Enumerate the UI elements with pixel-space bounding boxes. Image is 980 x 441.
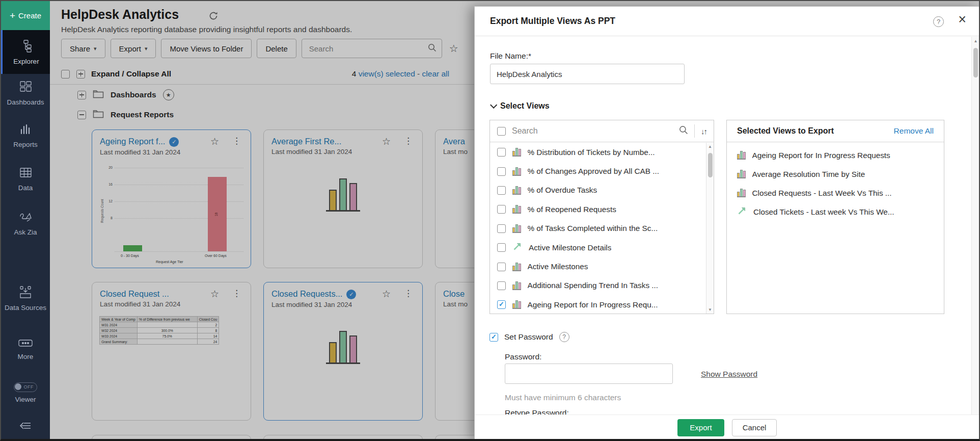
- plus-icon: +: [10, 11, 15, 20]
- view-checkbox[interactable]: [497, 186, 506, 195]
- view-checkbox[interactable]: [497, 281, 506, 290]
- view-list-item[interactable]: Active Milestone Details: [490, 238, 706, 257]
- sidebar-item-ask-zia[interactable]: Ask Zia: [1, 211, 50, 236]
- separator: [694, 124, 695, 138]
- reports-icon: [19, 123, 32, 137]
- sidebar-label: Ask Zia: [14, 228, 37, 236]
- viewer-label: Viewer: [15, 396, 36, 403]
- show-password-link[interactable]: Show Password: [701, 370, 757, 379]
- view-checkbox[interactable]: [497, 224, 506, 233]
- export-confirm-button[interactable]: Export: [677, 419, 724, 436]
- selected-views-list: Ageing Report for In Progress Requests A…: [727, 146, 944, 314]
- sidebar-item-data-sources[interactable]: Data Sources: [1, 286, 50, 312]
- data-table-icon: [19, 166, 32, 180]
- app-window: + Create Explorer Dashboards Reports: [0, 0, 980, 441]
- dashboards-icon: [19, 81, 32, 95]
- list-scrollbar[interactable]: ▲ ▼: [706, 143, 714, 314]
- view-list-item[interactable]: Active Milestones: [490, 257, 706, 276]
- collapse-sidebar-button[interactable]: [1, 421, 50, 433]
- selected-views-panel: Selected Views to Export Remove All Agei…: [726, 120, 944, 314]
- view-name: Average Resolution Time by Site: [752, 170, 865, 179]
- chevron-down-icon: [490, 101, 497, 109]
- selected-view-item[interactable]: Closed Requests - Last Week Vs This ...: [727, 184, 944, 202]
- view-name: % of Changes Approved by All CAB ...: [528, 167, 660, 176]
- selected-view-item[interactable]: Ageing Report for In Progress Requests: [727, 146, 944, 165]
- sidebar-label: More: [18, 353, 34, 360]
- selected-views-header: Selected Views to Export Remove All: [727, 120, 944, 142]
- view-list-item[interactable]: % Distribution of Tickets by Numbe...: [490, 143, 706, 162]
- remove-all-link[interactable]: Remove All: [894, 126, 934, 136]
- view-checkbox[interactable]: [497, 300, 506, 309]
- scroll-thumb[interactable]: [708, 153, 713, 177]
- view-name: Closed Requests - Last Week Vs This ...: [752, 189, 892, 198]
- scroll-up-arrow[interactable]: ▲: [708, 144, 712, 149]
- more-ellipsis-icon: [18, 339, 33, 349]
- bar-chart-icon: [512, 281, 521, 290]
- view-name: % of Reopened Requests: [528, 205, 616, 214]
- bar-chart-icon: [512, 186, 521, 195]
- view-name: Ageing Report for In Progress Requests: [752, 151, 890, 160]
- help-icon[interactable]: ?: [933, 16, 944, 27]
- dialog-title: Export Multiple Views As PPT: [490, 16, 615, 27]
- view-name: % Distribution of Tickets by Numbe...: [528, 148, 655, 157]
- view-name: % of Overdue Tasks: [528, 186, 597, 195]
- selected-views-title: Selected Views to Export: [737, 126, 834, 136]
- scroll-thumb[interactable]: [973, 48, 978, 77]
- view-checkbox[interactable]: [497, 148, 506, 157]
- view-checkbox[interactable]: [497, 263, 506, 271]
- trend-chart-icon: [737, 206, 747, 218]
- available-views-list: % Distribution of Tickets by Numbe... % …: [490, 143, 706, 314]
- view-name: Ageing Report for In Progress Requ...: [528, 300, 658, 309]
- view-list-item[interactable]: Ageing Report for In Progress Requ...: [490, 295, 706, 314]
- dialog-scrollbar[interactable]: ▲: [971, 37, 979, 439]
- select-views-section-toggle[interactable]: Select Views: [490, 101, 550, 111]
- sidebar-label: Dashboards: [7, 98, 44, 106]
- zia-icon: [19, 211, 33, 225]
- view-list-item[interactable]: % of Reopened Requests: [490, 200, 706, 219]
- password-help-icon[interactable]: ?: [559, 332, 569, 342]
- sidebar-item-reports[interactable]: Reports: [1, 123, 50, 148]
- trend-chart-icon: [512, 242, 522, 253]
- view-checkbox[interactable]: [497, 167, 506, 176]
- selected-view-item[interactable]: Closed Tickets - Last week Vs This We...: [727, 202, 944, 221]
- view-list-item[interactable]: Additional Spending Trend In Tasks ...: [490, 276, 706, 295]
- views-search-row: ↓↑: [490, 120, 714, 142]
- export-dialog: Export Multiple Views As PPT ? × File Na…: [474, 6, 980, 440]
- file-name-label: File Name:*: [490, 51, 531, 61]
- view-name: Additional Spending Trend In Tasks ...: [528, 281, 659, 290]
- sidebar-item-data[interactable]: Data: [1, 166, 50, 192]
- view-list-item[interactable]: % of Overdue Tasks: [490, 181, 706, 200]
- view-checkbox[interactable]: [497, 243, 506, 252]
- sidebar-label: Data Sources: [5, 304, 46, 312]
- bar-chart-icon: [737, 189, 746, 197]
- view-name: Closed Tickets - Last week Vs This We...: [753, 207, 894, 217]
- search-icon: [679, 125, 688, 137]
- set-password-checkbox[interactable]: [489, 333, 498, 342]
- view-name: Active Milestone Details: [529, 243, 611, 252]
- sort-icon[interactable]: ↓↑: [701, 127, 709, 136]
- sidebar-item-more[interactable]: More: [1, 339, 50, 360]
- collapse-sidebar-icon: [19, 421, 32, 433]
- view-checkbox[interactable]: [497, 205, 506, 214]
- password-input[interactable]: [505, 364, 673, 384]
- sidebar-item-explorer[interactable]: Explorer: [1, 30, 50, 74]
- bar-chart-icon: [737, 170, 746, 178]
- sidebar-label: Explorer: [13, 58, 39, 65]
- dialog-header: Export Multiple Views As PPT ? ×: [475, 7, 979, 36]
- create-button[interactable]: + Create: [1, 1, 50, 30]
- sidebar-label: Reports: [13, 141, 37, 148]
- viewer-toggle[interactable]: OFF: [14, 382, 37, 392]
- cancel-button[interactable]: Cancel: [732, 419, 777, 436]
- scroll-down-arrow[interactable]: ▼: [708, 307, 712, 312]
- bar-chart-icon: [512, 205, 521, 214]
- scroll-up-arrow[interactable]: ▲: [974, 39, 978, 43]
- select-all-views-checkbox[interactable]: [497, 127, 506, 136]
- view-list-item[interactable]: % of Changes Approved by All CAB ...: [490, 162, 706, 180]
- sidebar-item-dashboards[interactable]: Dashboards: [1, 81, 50, 106]
- views-search-input[interactable]: [512, 126, 673, 136]
- file-name-input[interactable]: [490, 64, 685, 84]
- selected-view-item[interactable]: Average Resolution Time by Site: [727, 165, 944, 184]
- view-list-item[interactable]: % of Tasks Completed within the Sc...: [490, 219, 706, 238]
- bar-chart-icon: [512, 263, 521, 271]
- close-icon[interactable]: ×: [958, 12, 966, 28]
